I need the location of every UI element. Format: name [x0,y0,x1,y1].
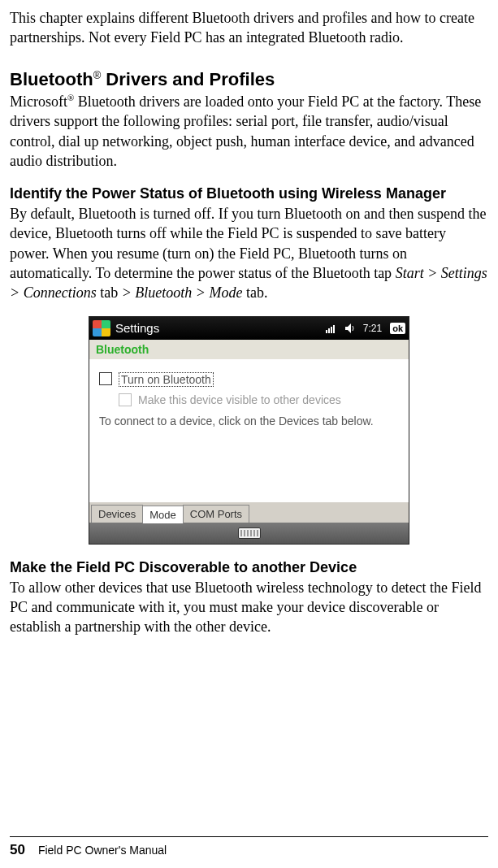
section-heading-power-status: Identify the Power Status of Bluetooth u… [10,185,488,202]
tab-word: tab [97,284,122,301]
turn-on-bluetooth-checkbox[interactable] [99,372,112,385]
p1-pre: Microsoft [10,93,67,110]
section-heading-discoverable: Make the Field PC Discoverable to anothe… [10,559,488,576]
visible-checkbox[interactable] [119,393,132,406]
status-tray: 7:21 ok [326,323,405,334]
tab-word-2: tab. [242,284,267,301]
turn-on-bluetooth-label: Turn on Bluetooth [119,372,214,387]
drivers-paragraph: Microsoft® Bluetooth drivers are loaded … [10,92,488,171]
heading-post: Drivers and Profiles [101,69,275,89]
tab-bar: Devices Mode COM Ports [89,501,409,523]
checkbox-row-2: Make this device visible to other device… [119,393,399,406]
checkbox-row-1: Turn on Bluetooth [99,372,399,387]
tab-mode[interactable]: Mode [142,506,184,523]
svg-rect-3 [333,325,335,333]
device-screenshot: Settings 7:21 ok Bluetooth Turn on Bluet… [89,316,409,545]
ok-button[interactable]: ok [390,323,405,334]
tab-devices[interactable]: Devices [91,505,143,523]
keyboard-icon[interactable] [238,527,261,539]
page-number: 50 [10,842,25,858]
nav-path-2: > Bluetooth > Mode [122,284,243,301]
soft-key-bar [89,523,409,544]
discoverable-paragraph: To allow other devices that use Bluetoot… [10,578,488,637]
clock-time: 7:21 [363,323,382,334]
app-title: Bluetooth [89,340,409,359]
svg-marker-4 [345,323,351,333]
p1-post: Bluetooth drivers are loaded onto your F… [10,93,481,169]
svg-rect-2 [331,327,332,333]
window-titlebar: Settings 7:21 ok [89,317,409,340]
visible-label: Make this device visible to other device… [138,393,341,406]
power-status-paragraph: By default, Bluetooth is turned off. If … [10,204,488,302]
heading-pre: Bluetooth [10,69,93,89]
settings-panel: Turn on Bluetooth Make this device visib… [89,359,409,501]
tab-com-ports[interactable]: COM Ports [183,505,249,523]
screenshot-container: Settings 7:21 ok Bluetooth Turn on Bluet… [10,316,488,545]
window-title: Settings [115,321,326,335]
footer-title: Field PC Owner's Manual [38,844,167,857]
registered-mark: ® [93,69,102,81]
info-text: To connect to a device, click on the Dev… [99,414,399,427]
signal-icon [326,323,337,333]
section-heading-drivers: Bluetooth® Drivers and Profiles [10,69,488,90]
start-icon[interactable] [93,320,110,336]
intro-paragraph: This chapter explains different Bluetoot… [10,8,488,48]
page-footer: 50 Field PC Owner's Manual [10,836,488,858]
volume-icon [345,323,355,333]
svg-rect-0 [326,330,327,333]
svg-rect-1 [328,328,330,333]
